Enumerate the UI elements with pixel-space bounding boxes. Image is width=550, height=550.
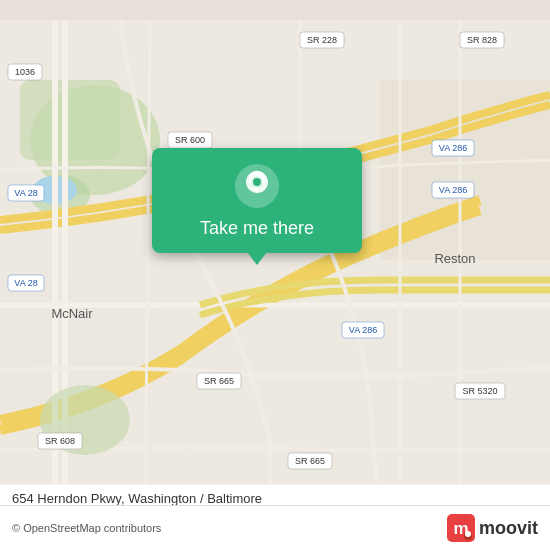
moovit-logo: m moovit	[447, 514, 538, 542]
svg-text:SR 828: SR 828	[467, 35, 497, 45]
svg-text:1036: 1036	[15, 67, 35, 77]
svg-text:VA 286: VA 286	[349, 325, 377, 335]
svg-text:SR 600: SR 600	[175, 135, 205, 145]
map-attribution: © OpenStreetMap contributors	[12, 522, 161, 534]
location-pin-icon	[243, 170, 271, 202]
svg-text:SR 228: SR 228	[307, 35, 337, 45]
map-background: SR 228 SR 828 1036 SR 600 VA 286 VA 286 …	[0, 0, 550, 550]
svg-text:VA 286: VA 286	[439, 185, 467, 195]
map-container: SR 228 SR 828 1036 SR 600 VA 286 VA 286 …	[0, 0, 550, 550]
svg-text:SR 5320: SR 5320	[462, 386, 497, 396]
svg-text:SR 608: SR 608	[45, 436, 75, 446]
svg-text:McNair: McNair	[51, 306, 93, 321]
svg-point-38	[253, 178, 261, 186]
svg-text:SR 665: SR 665	[295, 456, 325, 466]
svg-text:Reston: Reston	[434, 251, 475, 266]
take-me-there-button[interactable]: Take me there	[200, 218, 314, 239]
svg-text:VA 28: VA 28	[14, 278, 37, 288]
svg-rect-2	[20, 80, 120, 160]
svg-text:SR 665: SR 665	[204, 376, 234, 386]
moovit-brand-icon: m	[447, 514, 475, 542]
address-city: Washington / Baltimore	[128, 491, 262, 506]
address-street: 654 Herndon Pkwy,	[12, 491, 125, 506]
moovit-logo-text: moovit	[479, 518, 538, 539]
svg-point-42	[465, 531, 471, 537]
svg-text:VA 286: VA 286	[439, 143, 467, 153]
bottom-bar: © OpenStreetMap contributors m moovit	[0, 505, 550, 550]
popup-card[interactable]: Take me there	[152, 148, 362, 253]
svg-text:VA 28: VA 28	[14, 188, 37, 198]
location-icon-circle	[235, 164, 279, 208]
